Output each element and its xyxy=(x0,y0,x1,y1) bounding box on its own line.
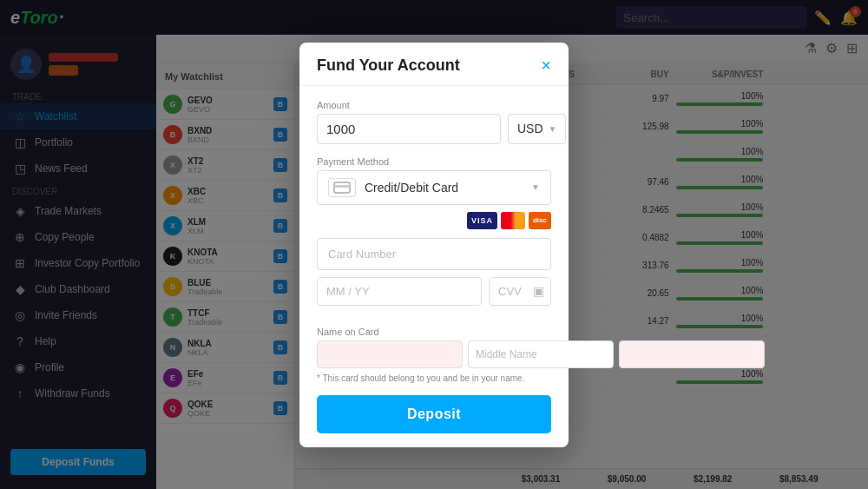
expiry-input[interactable] xyxy=(317,277,482,306)
amount-label: Amount xyxy=(317,100,551,110)
mastercard-logo xyxy=(501,212,525,229)
modal-body: Amount USD ▼ Payment Method Credit/Debit… xyxy=(299,86,569,447)
modal-title: Fund Your Account xyxy=(317,56,460,75)
modal-overlay: Fund Your Account × Amount USD ▼ Payment… xyxy=(0,0,868,489)
currency-select[interactable]: USD ▼ xyxy=(508,114,566,144)
payment-method-value: Credit/Debit Card xyxy=(365,181,531,195)
payment-method-label: Payment Method xyxy=(317,156,551,167)
card-number-input[interactable] xyxy=(317,238,551,270)
last-name-input[interactable] xyxy=(619,340,765,368)
payment-arrow-icon: ▼ xyxy=(531,182,540,192)
amount-row: USD ▼ xyxy=(317,114,551,144)
currency-value: USD xyxy=(517,122,543,135)
card-logos: VISA disc xyxy=(317,212,551,229)
modal-close-button[interactable]: × xyxy=(541,56,551,74)
visa-logo: VISA xyxy=(467,212,497,229)
first-name-input[interactable] xyxy=(317,340,463,368)
discover-logo: disc xyxy=(529,212,551,229)
payment-method-select[interactable]: Credit/Debit Card ▼ xyxy=(317,170,551,205)
name-row xyxy=(317,340,551,368)
card-date-row: ▣ xyxy=(317,277,551,306)
modal-header: Fund Your Account × xyxy=(299,43,569,86)
card-icon xyxy=(328,178,356,197)
middle-name-input[interactable] xyxy=(468,340,614,368)
card-notice: * This card should belong to you and be … xyxy=(317,373,551,383)
cvv-wrapper: ▣ xyxy=(489,277,551,306)
amount-input[interactable] xyxy=(317,114,501,144)
spacer xyxy=(317,318,551,327)
svg-rect-1 xyxy=(334,185,350,188)
name-on-card-label: Name on Card xyxy=(317,327,551,337)
cvv-icon: ▣ xyxy=(533,284,544,298)
currency-arrow-icon: ▼ xyxy=(549,124,557,134)
deposit-button[interactable]: Deposit xyxy=(317,395,551,433)
fund-account-modal: Fund Your Account × Amount USD ▼ Payment… xyxy=(299,43,569,447)
